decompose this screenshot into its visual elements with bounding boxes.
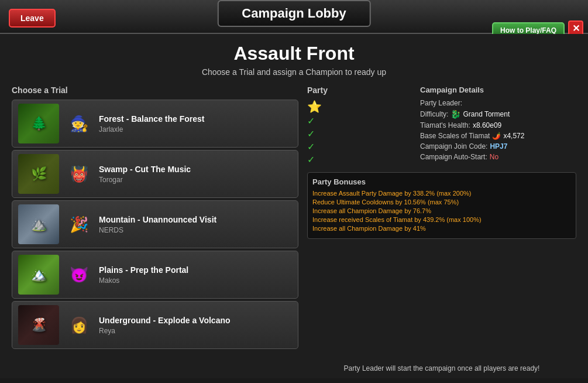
trial-champion-img-forest: 🧙 bbox=[65, 104, 93, 143]
trial-info-swamp: Swamp - Cut The Music Torogar bbox=[99, 165, 292, 184]
leave-button[interactable]: Leave bbox=[9, 9, 56, 28]
difficulty-row: Difficulty: 🐉 Grand Torment bbox=[420, 110, 576, 119]
difficulty-label: Difficulty: bbox=[420, 110, 448, 118]
bonus-item-4: Increase all Champion Damage by 41% bbox=[312, 225, 571, 232]
check-icon-1: ✓ bbox=[307, 115, 315, 126]
party-check-4: ✓ bbox=[307, 154, 411, 165]
difficulty-icon: 🐉 bbox=[451, 110, 460, 119]
trial-name-mountain: Mountain - Unannounced Visit bbox=[99, 215, 292, 224]
trial-champion-swamp: Torogar bbox=[99, 176, 292, 184]
trial-champion-img-underground: 👩 bbox=[65, 305, 93, 345]
choose-trial-label: Choose a Trial bbox=[12, 86, 298, 95]
trial-champion-underground: Reya bbox=[99, 327, 292, 335]
page-subtitle: Choose a Trial and assign a Champion to … bbox=[12, 67, 576, 77]
bonus-item-1: Reduce Ultimate Cooldowns by 10.56% (max… bbox=[312, 199, 571, 206]
party-section: Party ⭐ ✓ ✓ ✓ bbox=[307, 86, 576, 165]
right-column: Party ⭐ ✓ ✓ ✓ bbox=[307, 86, 576, 372]
auto-start-label: Campaign Auto-Start: bbox=[420, 153, 487, 161]
tiamat-health-value: x8.60e09 bbox=[473, 121, 501, 129]
party-star-row: ⭐ bbox=[307, 100, 411, 114]
check-icon-3: ✓ bbox=[307, 141, 315, 152]
trial-thumb-underground: 🌋 bbox=[18, 305, 59, 345]
trial-champion-mountain: NERDS bbox=[99, 226, 292, 234]
trial-thumb-swamp: 🌿 bbox=[18, 154, 59, 194]
check-icon-2: ✓ bbox=[307, 128, 315, 139]
tiamat-health-label: Tiamat's Health: bbox=[420, 121, 470, 129]
trial-name-swamp: Swamp - Cut The Music bbox=[99, 165, 292, 174]
star-icon: ⭐ bbox=[307, 100, 322, 114]
base-scales-value: x4,572 bbox=[503, 132, 524, 140]
campaign-title-box: Campaign Lobby bbox=[217, 0, 370, 27]
base-scales-row: Base Scales of Tiamat 🌶️ x4,572 bbox=[420, 132, 576, 140]
trial-info-plains: Plains - Prep the Portal Makos bbox=[99, 265, 292, 285]
trial-item-forest[interactable]: 🌲 🧙 Forest - Balance the Forest Jarlaxle bbox=[12, 100, 298, 148]
bonuses-title: Party Bonuses bbox=[312, 177, 571, 186]
trials-list: 🌲 🧙 Forest - Balance the Forest Jarlaxle… bbox=[12, 100, 298, 349]
trial-item-mountain[interactable]: ⛰️ 🎉 Mountain - Unannounced Visit NERDS bbox=[12, 200, 298, 248]
trial-item-underground[interactable]: 🌋 👩 Underground - Explode a Volcano Reya bbox=[12, 301, 298, 349]
party-message: Party Leader will start the campaign onc… bbox=[307, 358, 576, 372]
trial-thumb-forest: 🌲 bbox=[18, 104, 59, 143]
bonus-item-0: Increase Assault Party Damage by 338.2% … bbox=[312, 190, 571, 197]
join-code-value: HPJ7 bbox=[490, 142, 507, 151]
party-label: Party bbox=[307, 86, 411, 95]
auto-start-value: No bbox=[490, 153, 498, 161]
trial-name-plains: Plains - Prep the Portal bbox=[99, 265, 292, 275]
party-icons: ⭐ ✓ ✓ ✓ ✓ bbox=[307, 100, 411, 165]
base-scales-label: Base Scales of Tiamat bbox=[420, 132, 490, 140]
columns-layout: Choose a Trial 🌲 🧙 Forest - Balance the … bbox=[12, 86, 576, 372]
check-icon-4: ✓ bbox=[307, 154, 315, 165]
tiamat-health-row: Tiamat's Health: x8.60e09 bbox=[420, 121, 576, 129]
party-check-1: ✓ bbox=[307, 115, 411, 126]
party-leader-row: Party Leader: bbox=[420, 99, 576, 107]
trials-column: Choose a Trial 🌲 🧙 Forest - Balance the … bbox=[12, 86, 298, 372]
campaign-title: Campaign Lobby bbox=[242, 6, 346, 21]
party-leader-label: Party Leader: bbox=[420, 99, 462, 107]
trial-champion-img-plains: 😈 bbox=[65, 255, 93, 295]
campaign-details-title: Campaign Details bbox=[420, 86, 576, 94]
trial-thumb-mountain: ⛰️ bbox=[18, 204, 59, 244]
party-bonuses-section: Party Bonuses Increase Assault Party Dam… bbox=[307, 172, 576, 239]
campaign-details: Campaign Details Party Leader: Difficult… bbox=[420, 86, 576, 165]
bonus-item-3: Increase received Scales of Tiamat by 43… bbox=[312, 216, 571, 223]
trial-champion-plains: Makos bbox=[99, 276, 292, 285]
trial-thumb-plains: 🏔️ bbox=[18, 255, 59, 295]
trial-name-forest: Forest - Balance the Forest bbox=[99, 114, 292, 124]
party-check-3: ✓ bbox=[307, 141, 411, 152]
trial-item-swamp[interactable]: 🌿 👹 Swamp - Cut The Music Torogar bbox=[12, 150, 298, 198]
trial-champion-img-mountain: 🎉 bbox=[65, 204, 93, 244]
bonus-item-2: Increase all Champion Damage by 76.7% bbox=[312, 207, 571, 214]
bonuses-list: Increase Assault Party Damage by 338.2% … bbox=[312, 190, 571, 232]
trial-item-plains[interactable]: 🏔️ 😈 Plains - Prep the Portal Makos bbox=[12, 251, 298, 299]
main-content: Assault Front Choose a Trial and assign … bbox=[0, 34, 588, 378]
trial-info-forest: Forest - Balance the Forest Jarlaxle bbox=[99, 114, 292, 134]
base-scales-icon: 🌶️ bbox=[492, 132, 501, 140]
difficulty-value: Grand Torment bbox=[463, 110, 510, 118]
auto-start-row: Campaign Auto-Start: No bbox=[420, 153, 576, 161]
join-code-row: Campaign Join Code: HPJ7 bbox=[420, 142, 576, 151]
trial-info-mountain: Mountain - Unannounced Visit NERDS bbox=[99, 215, 292, 234]
party-column: Party ⭐ ✓ ✓ ✓ bbox=[307, 86, 411, 165]
party-check-2: ✓ bbox=[307, 128, 411, 139]
join-code-label: Campaign Join Code: bbox=[420, 142, 487, 151]
page-title: Assault Front bbox=[12, 34, 576, 67]
header-bar: Leave Campaign Lobby How to Play/FAQ ✕ bbox=[0, 0, 588, 34]
trial-info-underground: Underground - Explode a Volcano Reya bbox=[99, 316, 292, 335]
trial-name-underground: Underground - Explode a Volcano bbox=[99, 316, 292, 325]
trial-champion-forest: Jarlaxle bbox=[99, 125, 292, 134]
trial-champion-img-swamp: 👹 bbox=[65, 154, 93, 194]
